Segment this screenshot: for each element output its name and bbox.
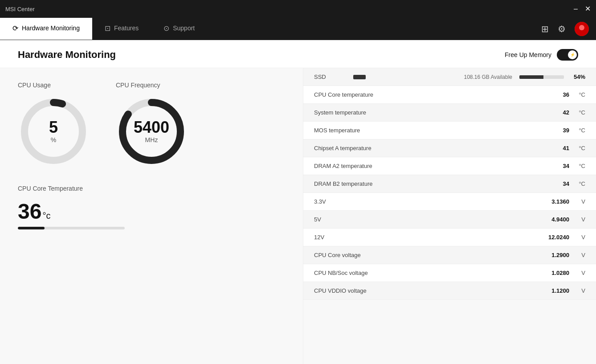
page-title: Hardware Monitoring — [18, 49, 116, 61]
ssd-bar-bg — [519, 75, 564, 79]
cpu-core-temp-unit: °c — [42, 211, 50, 221]
titlebar: MSI Center – ✕ — [0, 0, 596, 18]
metric-unit: °C — [573, 109, 585, 116]
cpu-core-temp-value: 36 — [18, 201, 41, 222]
navbar: ⟳ Hardware Monitoring ⊡ Features ⊙ Suppo… — [0, 18, 596, 40]
table-row: DRAM A2 temperature34°C — [303, 157, 596, 175]
metric-name: 12V — [314, 234, 543, 241]
metric-unit: °C — [573, 127, 585, 134]
cpu-usage-value: 5 — [49, 119, 58, 135]
user-avatar[interactable] — [575, 22, 589, 36]
ssd-name: SSD — [314, 74, 350, 80]
bolt-icon: ⚡ — [570, 53, 575, 57]
free-memory-toggle[interactable]: ⚡ — [557, 49, 578, 61]
cpu-core-temp-section: CPU Core Temperature 36 °c — [18, 185, 285, 229]
svg-point-1 — [579, 25, 584, 30]
metric-unit: V — [573, 287, 585, 294]
metric-unit: °C — [573, 91, 585, 98]
free-memory-label: Free Up Memory — [505, 51, 551, 58]
table-row: DRAM B2 temperature34°C — [303, 175, 596, 193]
page-header: Hardware Monitoring Free Up Memory ⚡ — [0, 40, 596, 68]
settings-icon[interactable]: ⚙ — [558, 24, 566, 34]
metric-value: 36 — [543, 91, 569, 98]
metric-name: MOS temperature — [314, 127, 543, 134]
ssd-row: SSD 108.16 GB Available 54% — [303, 68, 596, 86]
cpu-core-temp-label: CPU Core Temperature — [18, 185, 285, 192]
tab-support[interactable]: ⊙ Support — [151, 18, 207, 40]
navbar-right: ⊞ ⚙ — [541, 22, 596, 36]
cpu-core-temp-bar-bg — [18, 227, 125, 229]
metric-unit: °C — [573, 163, 585, 169]
grid-icon[interactable]: ⊞ — [541, 24, 549, 34]
metric-value: 4.9400 — [543, 216, 569, 223]
tab-features[interactable]: ⊡ Features — [92, 18, 151, 40]
titlebar-controls: – ✕ — [574, 5, 591, 12]
hardware-monitoring-icon: ⟳ — [12, 24, 18, 33]
metric-unit: °C — [573, 145, 585, 151]
metric-unit: V — [573, 252, 585, 258]
content-area: CPU Usage 5 % CPU Frequency — [0, 68, 596, 364]
free-memory-section: Free Up Memory ⚡ — [505, 49, 578, 61]
metric-unit: V — [573, 198, 585, 205]
gauges-row: CPU Usage 5 % CPU Frequency — [18, 82, 285, 167]
tab-features-label: Features — [114, 25, 139, 32]
cpu-core-temp-bar-fill — [18, 227, 45, 229]
cpu-usage-unit: % — [49, 136, 58, 143]
metrics-table: CPU Core temperature36°CSystem temperatu… — [303, 86, 596, 300]
table-row: Chipset A temperature41°C — [303, 139, 596, 157]
table-row: CPU Core voltage1.2900V — [303, 246, 596, 264]
cpu-frequency-label: CPU Frequency — [116, 82, 160, 89]
tab-hardware-monitoring[interactable]: ⟳ Hardware Monitoring — [0, 18, 92, 40]
cpu-frequency-gauge: 5400 MHz — [116, 96, 187, 167]
left-panel: CPU Usage 5 % CPU Frequency — [0, 68, 303, 364]
titlebar-left: MSI Center — [5, 6, 35, 12]
metric-value: 1.1200 — [543, 287, 569, 294]
metric-unit: V — [573, 234, 585, 241]
tab-hardware-monitoring-label: Hardware Monitoring — [22, 25, 80, 32]
metric-name: CPU NB/Soc voltage — [314, 270, 543, 276]
cpu-core-temp-value-row: 36 °c — [18, 201, 285, 222]
cpu-frequency-value: 5400 — [134, 119, 169, 135]
toggle-knob: ⚡ — [568, 50, 577, 59]
main-content: Hardware Monitoring Free Up Memory ⚡ CPU… — [0, 40, 596, 364]
metric-name: 3.3V — [314, 198, 543, 205]
close-button[interactable]: ✕ — [585, 5, 591, 12]
table-row: CPU VDDIO voltage1.1200V — [303, 282, 596, 300]
metric-name: CPU Core temperature — [314, 91, 543, 98]
cpu-usage-gauge: 5 % — [18, 96, 89, 167]
metric-unit: °C — [573, 180, 585, 187]
features-icon: ⊡ — [105, 24, 110, 33]
metric-name: DRAM A2 temperature — [314, 163, 543, 169]
metric-value: 1.2900 — [543, 252, 569, 258]
metric-value: 34 — [543, 180, 569, 187]
metric-value: 42 — [543, 109, 569, 116]
cpu-frequency-center: 5400 MHz — [134, 119, 169, 143]
cpu-usage-section: CPU Usage 5 % — [18, 82, 89, 167]
metric-value: 12.0240 — [543, 234, 569, 241]
metric-name: Chipset A temperature — [314, 145, 543, 151]
tab-support-label: Support — [173, 25, 195, 32]
metric-value: 3.1360 — [543, 198, 569, 205]
table-row: 5V4.9400V — [303, 211, 596, 229]
table-row: 12V12.0240V — [303, 229, 596, 246]
app-title: MSI Center — [5, 6, 35, 12]
minimize-button[interactable]: – — [574, 5, 578, 12]
metric-name: CPU Core voltage — [314, 252, 543, 258]
metric-name: DRAM B2 temperature — [314, 180, 543, 187]
metric-name: 5V — [314, 216, 543, 223]
metric-name: CPU VDDIO voltage — [314, 287, 543, 294]
cpu-usage-label: CPU Usage — [18, 82, 51, 89]
table-row: System temperature42°C — [303, 104, 596, 122]
table-row: MOS temperature39°C — [303, 122, 596, 139]
metric-value: 34 — [543, 163, 569, 169]
right-panel: SSD 108.16 GB Available 54% CPU Core tem… — [303, 68, 596, 364]
table-row: CPU NB/Soc voltage1.0280V — [303, 264, 596, 282]
table-row: 3.3V3.1360V — [303, 193, 596, 211]
ssd-available: 108.16 GB Available — [464, 74, 512, 80]
metric-unit: V — [573, 270, 585, 276]
metric-name: System temperature — [314, 109, 543, 116]
metric-value: 41 — [543, 145, 569, 151]
cpu-frequency-section: CPU Frequency 5400 MHz — [116, 82, 187, 167]
metric-value: 1.0280 — [543, 270, 569, 276]
table-row: CPU Core temperature36°C — [303, 86, 596, 104]
